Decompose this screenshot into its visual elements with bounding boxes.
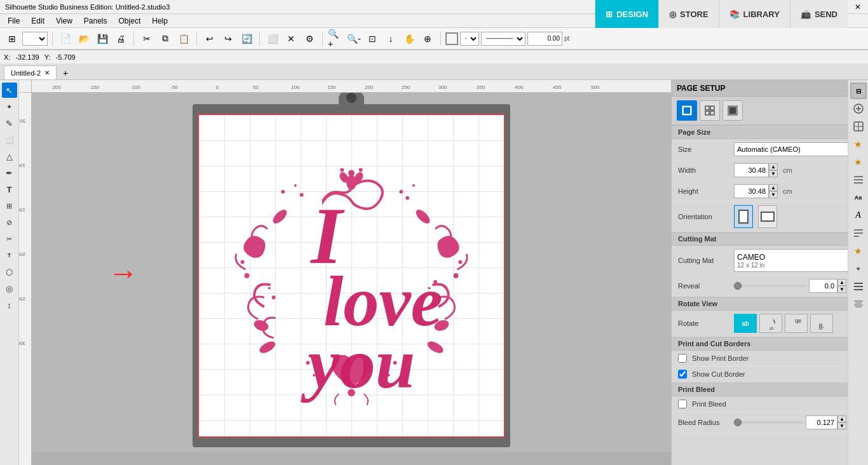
tool-scissors[interactable]: ✂ — [2, 231, 17, 246]
tool-zoom[interactable]: ↕ — [2, 297, 17, 313]
width-down[interactable]: ▼ — [769, 170, 778, 177]
store-button[interactable]: ◎ STORE — [658, 0, 719, 28]
cut-border-checkbox[interactable] — [678, 370, 687, 379]
landscape-btn[interactable] — [758, 205, 777, 228]
send-button[interactable]: 📠 SEND — [790, 0, 848, 28]
bleed-radius-input[interactable] — [806, 415, 837, 429]
select-all-btn[interactable]: ⊞ — [4, 30, 20, 47]
rotate-btn-270[interactable]: ab — [810, 314, 833, 333]
tab-close-btn[interactable]: ✕ — [44, 69, 50, 76]
new-btn[interactable]: 📄 — [57, 30, 74, 47]
reveal-up[interactable]: ▲ — [837, 279, 846, 286]
copy-btn[interactable]: ⧉ — [157, 30, 173, 47]
grid-paper: .heart-text { fill: #cc2266; } .heart-de… — [198, 114, 505, 438]
reveal-input[interactable] — [809, 279, 837, 293]
tool-shape[interactable]: ⬡ — [2, 264, 17, 280]
bleed-radius-thumb[interactable] — [734, 419, 742, 426]
edge-btn-1[interactable] — [850, 100, 867, 117]
menu-help[interactable]: Help — [147, 15, 173, 27]
menu-object[interactable]: Object — [114, 15, 146, 27]
undo-btn[interactable]: ↩ — [201, 30, 218, 47]
tab-untitled2[interactable]: Untitled-2 ✕ — [4, 65, 57, 79]
edge-btn-6[interactable]: Aa — [850, 189, 867, 206]
settings-btn[interactable]: ⚙ — [301, 30, 318, 47]
menu-file[interactable]: File — [3, 15, 25, 27]
background-icon-btn[interactable] — [722, 100, 743, 121]
library-button[interactable]: 📚 LIBRARY — [719, 0, 790, 28]
cutting-mat-section-label: Cutting Mat — [678, 235, 716, 243]
zoom-out-btn[interactable]: 🔍- — [346, 30, 362, 47]
bleed-up[interactable]: ▲ — [837, 415, 846, 422]
close-button[interactable]: ✕ — [853, 2, 863, 12]
paste-btn[interactable]: 📋 — [175, 30, 192, 47]
page-icon-btn[interactable] — [677, 100, 697, 121]
bleed-radius-label: Bleed Radius — [678, 419, 729, 426]
menu-edit[interactable]: Edit — [26, 15, 50, 27]
grid-icon-btn[interactable] — [700, 100, 720, 121]
select-area-btn[interactable]: ⬜ — [264, 30, 281, 47]
zoom-in-btn[interactable]: 🔍+ — [327, 30, 344, 47]
portrait-btn[interactable] — [734, 205, 753, 228]
tool-text2[interactable]: T — [2, 248, 17, 263]
pan-btn[interactable]: ✋ — [401, 30, 417, 47]
height-input[interactable] — [734, 184, 769, 198]
edge-btn-4[interactable]: ★ — [850, 154, 867, 170]
line-style-select[interactable]: ──────── — [481, 32, 526, 46]
rotate-btn-0[interactable]: ab — [734, 314, 757, 333]
edge-btn-12[interactable] — [850, 296, 867, 313]
size-select[interactable]: Automatic (CAMEO) — [734, 142, 849, 156]
edge-btn-2[interactable] — [850, 118, 867, 135]
edge-btn-5[interactable] — [850, 172, 867, 188]
refresh-btn[interactable]: 🔄 — [238, 30, 255, 47]
width-input[interactable] — [734, 163, 769, 177]
tool-select[interactable]: ↖ — [2, 83, 17, 98]
svg-text:0: 0 — [216, 84, 219, 90]
color-select[interactable]: ─ — [460, 32, 479, 46]
svg-rect-59 — [705, 111, 709, 115]
print-btn[interactable]: 🖨 — [112, 30, 129, 47]
height-up[interactable]: ▲ — [769, 184, 778, 191]
tool-pen[interactable]: ✒ — [2, 165, 17, 180]
tool-triangle[interactable]: △ — [2, 149, 17, 164]
layer-select[interactable] — [22, 32, 48, 46]
edge-btn-7[interactable]: A — [850, 207, 867, 224]
rotate-btn-90[interactable]: ab — [759, 314, 782, 333]
zoom-fit-btn[interactable]: ⊡ — [364, 30, 381, 47]
print-bleed-checkbox[interactable] — [678, 400, 687, 408]
line-width-input[interactable] — [527, 32, 562, 46]
tool-eraser[interactable]: ⊘ — [2, 215, 17, 230]
edge-btn-8[interactable] — [850, 225, 867, 241]
tool-pencil[interactable]: ✎ — [2, 116, 17, 131]
zoom-100-btn[interactable]: ⊕ — [419, 30, 436, 47]
reveal-down[interactable]: ▼ — [837, 286, 846, 293]
reveal-slider-thumb[interactable] — [734, 282, 742, 290]
design-button[interactable]: ⊞ DESIGN — [595, 0, 658, 28]
edge-btn-11[interactable] — [850, 278, 867, 295]
tool-node[interactable]: ✦ — [2, 99, 17, 114]
open-btn[interactable]: 📂 — [76, 30, 92, 47]
edge-btn-9[interactable]: ★ — [850, 243, 867, 259]
stroke-color-box[interactable] — [445, 32, 458, 45]
menu-view[interactable]: View — [51, 15, 78, 27]
edge-btn-3[interactable]: ★ — [850, 136, 867, 152]
edge-btn-10[interactable]: ✦ — [850, 260, 867, 277]
cut-btn[interactable]: ✂ — [139, 30, 155, 47]
height-down[interactable]: ▼ — [769, 191, 778, 198]
tool-pointer[interactable]: ◎ — [2, 281, 17, 296]
reveal-slider-track — [734, 285, 806, 287]
bleed-down[interactable]: ▼ — [837, 422, 846, 429]
rotate-btn-180[interactable]: ab — [785, 314, 808, 333]
tool-text[interactable]: T — [2, 182, 17, 197]
knife-btn[interactable]: ✕ — [283, 30, 299, 47]
print-border-checkbox[interactable] — [678, 354, 687, 363]
move-down-btn[interactable]: ↓ — [383, 30, 399, 47]
add-tab-btn[interactable]: + — [59, 67, 72, 79]
edge-btn-0[interactable]: ⊟ — [850, 83, 867, 99]
tool-rect[interactable]: ⬜ — [2, 132, 17, 147]
tool-grid[interactable]: ⊞ — [2, 198, 17, 213]
width-up[interactable]: ▲ — [769, 163, 778, 170]
save-btn[interactable]: 💾 — [94, 30, 111, 47]
redo-btn[interactable]: ↪ — [220, 30, 236, 47]
svg-point-25 — [340, 168, 344, 172]
menu-panels[interactable]: Panels — [79, 15, 112, 27]
